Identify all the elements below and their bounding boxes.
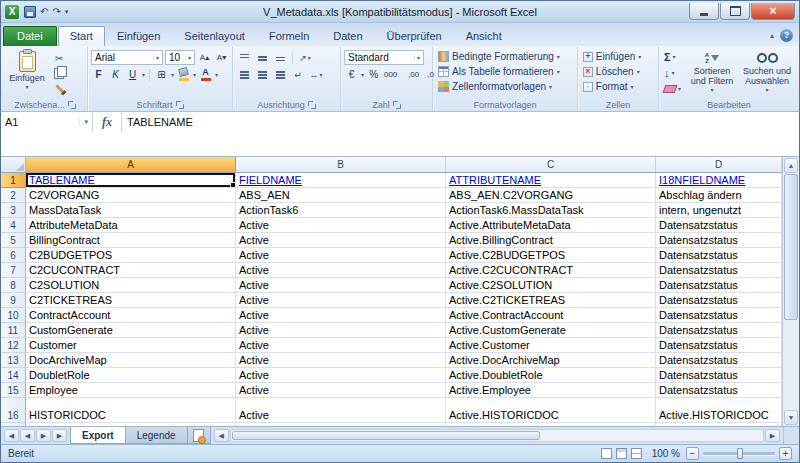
row-header-5[interactable]: 5 — [1, 233, 26, 248]
cell-D13[interactable]: Datensatzstatus — [656, 353, 782, 368]
zoom-slider[interactable] — [703, 452, 775, 455]
cell-B6[interactable]: Active — [236, 248, 446, 263]
shrink-font-button[interactable]: A▾ — [214, 51, 229, 65]
borders-button[interactable]: ⊞ — [154, 68, 169, 82]
thousands-button[interactable]: 000 — [383, 68, 398, 82]
delete-cells-button[interactable]: ×Löschen▾ — [581, 64, 655, 79]
cell-C2[interactable]: ABS_AEN.C2VORGANG — [446, 188, 656, 203]
first-sheet-icon[interactable]: ◀ — [4, 429, 19, 442]
grow-font-button[interactable]: A▴ — [197, 51, 212, 65]
format-as-table-button[interactable]: Als Tabelle formatieren▾ — [436, 64, 574, 79]
paste-button[interactable]: Einfügen ▾ — [6, 49, 48, 95]
increase-decimal-button[interactable]: ,00 — [406, 68, 421, 82]
view-page-break-icon[interactable] — [631, 448, 642, 459]
cell-B2[interactable]: ABS_AEN — [236, 188, 446, 203]
cell-B11[interactable]: Active — [236, 323, 446, 338]
column-header-C[interactable]: C — [446, 157, 656, 172]
align-left-button[interactable] — [236, 68, 252, 82]
borders-dropdown-icon[interactable]: ▾ — [171, 72, 174, 78]
save-icon[interactable] — [24, 6, 36, 18]
cell-B10[interactable]: Active — [236, 308, 446, 323]
horizontal-scroll-thumb[interactable] — [232, 431, 541, 440]
zoom-slider-thumb[interactable] — [737, 448, 743, 459]
cell-C16[interactable]: Active.HISTORICDOC — [446, 398, 656, 423]
underline-button[interactable]: U — [125, 68, 140, 82]
cell-C9[interactable]: Active.C2TICKETREAS — [446, 293, 656, 308]
cell-D2[interactable]: Abschlag ändern — [656, 188, 782, 203]
cell-D14[interactable]: Datensatzstatus — [656, 368, 782, 383]
sheet-tab-legende[interactable]: Legende — [125, 427, 188, 444]
fill-button[interactable]: ↓▾ — [662, 65, 683, 81]
find-select-button[interactable]: Suchen und Auswählen ▾ — [741, 49, 793, 98]
scroll-right-icon[interactable]: ▶ — [765, 429, 780, 442]
dialog-launcher-icon[interactable] — [308, 101, 316, 109]
cell-A11[interactable]: CustomGenerate — [26, 323, 236, 338]
name-box-dropdown-icon[interactable]: ▾ — [79, 118, 88, 126]
horizontal-scrollbar[interactable]: ◀ ▶ — [214, 428, 780, 443]
minimize-button[interactable] — [689, 3, 719, 20]
vertical-scroll-track[interactable] — [784, 174, 798, 409]
ribbon-tab-ansicht[interactable]: Ansicht — [454, 26, 514, 46]
cell-B4[interactable]: Active — [236, 218, 446, 233]
view-normal-icon[interactable] — [601, 448, 612, 459]
cell-A8[interactable]: C2SOLUTION — [26, 278, 236, 293]
cell-D4[interactable]: Datensatzstatus — [656, 218, 782, 233]
sheet-tab-export[interactable]: Export — [70, 427, 126, 444]
row-header-13[interactable]: 13 — [1, 353, 26, 368]
cell-D5[interactable]: Datensatzstatus — [656, 233, 782, 248]
cell-D11[interactable]: Datensatzstatus — [656, 323, 782, 338]
view-page-layout-icon[interactable] — [616, 448, 627, 459]
cell-styles-button[interactable]: Zellenformatvorlagen▾ — [436, 79, 574, 94]
cell-D9[interactable]: Datensatzstatus — [656, 293, 782, 308]
cell-A4[interactable]: AttributeMetaData — [26, 218, 236, 233]
align-bottom-button[interactable] — [272, 51, 288, 65]
row-header-12[interactable]: 12 — [1, 338, 26, 353]
redo-icon[interactable]: ↷ — [52, 7, 60, 17]
autosum-button[interactable]: Σ▾ — [662, 49, 683, 65]
ribbon-tab-daten[interactable]: Daten — [321, 26, 374, 46]
cell-C14[interactable]: Active.DoubletRole — [446, 368, 656, 383]
percent-button[interactable]: % — [366, 68, 381, 82]
font-color-button[interactable]: A — [198, 68, 213, 82]
help-icon[interactable]: ? — [780, 29, 793, 42]
copy-button[interactable] — [50, 66, 68, 80]
cell-C5[interactable]: Active.BillingContract — [446, 233, 656, 248]
row-header-7[interactable]: 7 — [1, 263, 26, 278]
minimize-ribbon-icon[interactable]: ▴ — [770, 32, 774, 40]
align-top-button[interactable] — [236, 51, 252, 65]
cell-D6[interactable]: Datensatzstatus — [656, 248, 782, 263]
cell-D7[interactable]: Datensatzstatus — [656, 263, 782, 278]
formula-input[interactable]: TABLENAME — [122, 112, 799, 132]
row-header-1[interactable]: 1 — [1, 173, 26, 188]
row-header-9[interactable]: 9 — [1, 293, 26, 308]
cell-A13[interactable]: DocArchiveMap — [26, 353, 236, 368]
italic-button[interactable]: K — [108, 68, 123, 82]
scroll-left-icon[interactable]: ◀ — [214, 429, 229, 442]
dialog-launcher-icon[interactable] — [68, 101, 76, 109]
ribbon-tab-start[interactable]: Start — [58, 26, 105, 46]
horizontal-scroll-track[interactable] — [230, 429, 764, 442]
cell-D15[interactable]: Datensatzstatus — [656, 383, 782, 398]
cell-B5[interactable]: Active — [236, 233, 446, 248]
maximize-button[interactable] — [720, 3, 750, 20]
cell-D1[interactable]: I18NFIELDNAME — [656, 173, 782, 188]
scroll-down-icon[interactable]: ▼ — [784, 410, 798, 425]
cell-C12[interactable]: Active.Customer — [446, 338, 656, 353]
scroll-up-icon[interactable]: ▲ — [784, 158, 798, 173]
currency-dropdown-icon[interactable]: ▾ — [361, 72, 364, 78]
cell-B8[interactable]: Active — [236, 278, 446, 293]
ribbon-tab-einfügen[interactable]: Einfügen — [105, 26, 172, 46]
cell-B9[interactable]: Active — [236, 293, 446, 308]
cell-C10[interactable]: Active.ContractAccount — [446, 308, 656, 323]
row-header-14[interactable]: 14 — [1, 368, 26, 383]
font-size-select[interactable]: 10▾ — [165, 50, 195, 65]
font-name-select[interactable]: Arial▾ — [91, 50, 163, 65]
next-sheet-icon[interactable]: ▶ — [36, 429, 51, 442]
cell-A1[interactable]: TABLENAME — [26, 173, 236, 188]
cell-A14[interactable]: DoubletRole — [26, 368, 236, 383]
row-header-11[interactable]: 11 — [1, 323, 26, 338]
dialog-launcher-icon[interactable] — [393, 101, 401, 109]
column-header-D[interactable]: D — [656, 157, 782, 172]
fill-color-dropdown-icon[interactable]: ▾ — [193, 72, 196, 78]
align-center-button[interactable] — [254, 68, 270, 82]
